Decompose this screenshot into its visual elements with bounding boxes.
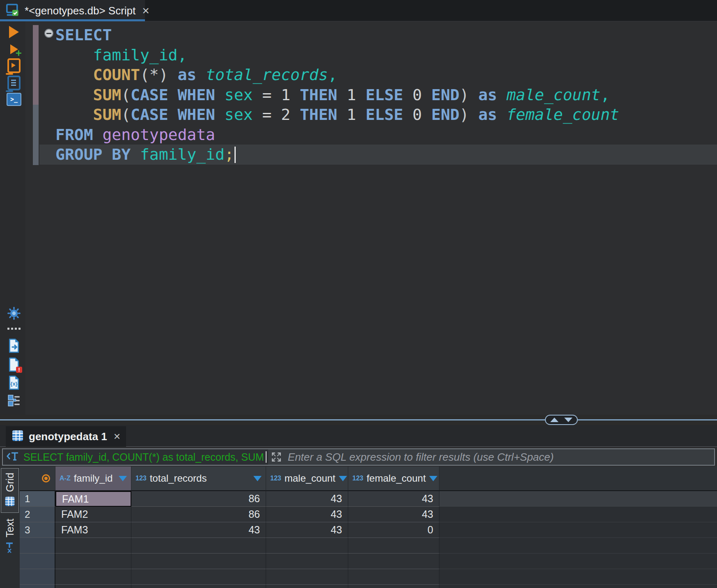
cell-total_records[interactable]: 86 <box>131 491 266 507</box>
cell-female_count[interactable]: 43 <box>348 491 439 507</box>
text-cursor <box>234 147 236 163</box>
editor-tab-title: *<genotypes.db> Script <box>25 5 136 17</box>
code-line[interactable]: SUM(CASE WHEN sex = 1 THEN 1 ELSE 0 END)… <box>55 85 717 105</box>
column-header-male_count[interactable]: 123male_count <box>266 466 348 491</box>
column-dropdown-icon[interactable] <box>253 476 262 481</box>
code-line[interactable]: FROM genotypedata <box>55 125 717 145</box>
tab-text[interactable]: Text <box>1 514 19 559</box>
empty-row[interactable] <box>20 538 717 554</box>
result-filter-bar[interactable]: SELECT family_id, COUNT(*) as total_reco… <box>2 448 715 466</box>
row-filler <box>439 491 717 507</box>
execute-script-icon[interactable] <box>7 58 21 73</box>
grid-header: A-Zfamily_id123total_records123male_coun… <box>20 466 717 491</box>
code-line[interactable]: family_id, <box>55 45 717 65</box>
filter-placeholder[interactable]: Enter a SQL expression to filter results… <box>288 451 554 464</box>
table-row[interactable]: 1FAM1864343 <box>20 491 717 507</box>
result-grid[interactable]: A-Zfamily_id123total_records123male_coun… <box>20 466 717 588</box>
column-type-icon: A-Z <box>60 475 71 482</box>
filter-sql-preview: SELECT family_id, COUNT(*) as total_reco… <box>23 451 264 463</box>
cell-total_records[interactable]: 43 <box>131 522 266 538</box>
column-type-icon: 123 <box>352 475 363 482</box>
results-tab-genotypedata[interactable]: genotypedata 1 × <box>6 426 126 447</box>
settings-gear-icon[interactable] <box>7 306 21 321</box>
grid-icon <box>5 496 15 508</box>
results-tabbar: genotypedata 1 × <box>0 425 717 447</box>
cell-female_count[interactable]: 0 <box>348 522 439 538</box>
cell-family_id[interactable]: FAM2 <box>55 507 131 522</box>
change-indicator-bar <box>33 105 39 165</box>
execute-statement-icon[interactable] <box>7 25 21 39</box>
code-fold-icon[interactable] <box>44 29 53 38</box>
column-label: male_count <box>285 473 336 484</box>
row-filler <box>439 507 717 522</box>
cell-male_count[interactable]: 43 <box>266 507 348 522</box>
code-line[interactable]: SUM(CASE WHEN sex = 2 THEN 1 ELSE 0 END)… <box>55 105 717 125</box>
editor-tab-close-icon[interactable]: × <box>142 5 149 17</box>
document-variables-icon[interactable]: {x} <box>7 375 21 390</box>
column-header-family_id[interactable]: A-Zfamily_id <box>55 466 131 491</box>
column-header-total_records[interactable]: 123total_records <box>131 466 266 491</box>
filter-expression-area[interactable]: SELECT family_id, COUNT(*) as total_reco… <box>3 449 268 465</box>
error-badge: ! <box>16 367 22 373</box>
column-header-female_count[interactable]: 123female_count <box>348 466 439 491</box>
execute-new-tab-icon[interactable]: + <box>7 42 21 57</box>
code-line[interactable]: GROUP BY family_id; <box>55 145 717 165</box>
more-options-dots-icon[interactable] <box>7 326 21 331</box>
grid-rows[interactable]: 1FAM18643432FAM28643433FAM343430 <box>20 491 717 588</box>
results-tab-close-icon[interactable]: × <box>114 431 120 442</box>
empty-row[interactable] <box>20 569 717 585</box>
grid-table-icon <box>11 430 24 443</box>
column-type-icon: 123 <box>136 475 147 482</box>
text-value-icon <box>5 542 15 555</box>
filter-text-cursor <box>266 451 267 463</box>
table-row[interactable]: 2FAM2864343 <box>20 507 717 522</box>
cell-female_count[interactable]: 43 <box>348 507 439 522</box>
splitter-line <box>0 419 717 420</box>
change-indicator-bar <box>33 25 39 105</box>
column-dropdown-icon[interactable] <box>429 476 437 481</box>
code-line[interactable]: SELECT <box>55 25 717 45</box>
results-tab-title: genotypedata 1 <box>29 430 107 443</box>
dbeaver-window: *<genotypes.db> Script × + >_ <box>0 0 717 588</box>
select-all-target-icon[interactable] <box>42 474 50 482</box>
column-label: total_records <box>150 473 207 484</box>
empty-row[interactable] <box>20 585 717 588</box>
results-side-tabs: Grid Text <box>0 466 20 588</box>
cell-total_records[interactable]: 86 <box>131 507 266 522</box>
cell-family_id[interactable]: FAM1 <box>55 491 131 507</box>
cell-male_count[interactable]: 43 <box>266 522 348 538</box>
sql-console-icon[interactable]: >_ <box>7 92 21 107</box>
document-error-icon[interactable]: ! <box>7 357 21 372</box>
column-label: female_count <box>367 473 426 484</box>
expand-filter-icon[interactable] <box>268 449 285 465</box>
tab-grid-label: Grid <box>4 473 16 492</box>
export-result-icon[interactable] <box>7 338 21 353</box>
cell-male_count[interactable]: 43 <box>266 491 348 507</box>
cell-family_id[interactable]: FAM3 <box>55 522 131 538</box>
panel-splitter[interactable] <box>0 415 717 425</box>
sql-code[interactable]: SELECT family_id, COUNT(*) as total_reco… <box>55 25 717 165</box>
code-line[interactable]: COUNT(*) as total_records, <box>55 65 717 85</box>
collapse-up-icon[interactable] <box>550 418 558 422</box>
row-number[interactable]: 3 <box>20 522 55 538</box>
outline-list-icon[interactable] <box>7 393 21 408</box>
editor-toolbar: + >_ <box>0 21 25 415</box>
editor-tab-sql-script[interactable]: *<genotypes.db> Script × <box>0 0 145 21</box>
collapse-down-icon[interactable] <box>564 418 572 422</box>
column-type-icon: 123 <box>270 475 281 482</box>
grid-corner-cell[interactable] <box>20 466 55 491</box>
column-dropdown-icon[interactable] <box>339 476 347 481</box>
sql-editor[interactable]: SELECT family_id, COUNT(*) as total_reco… <box>25 21 717 415</box>
tab-grid[interactable]: Grid <box>1 468 19 513</box>
column-dropdown-icon[interactable] <box>119 476 127 481</box>
sql-script-icon <box>6 3 20 18</box>
row-number[interactable]: 1 <box>20 491 55 507</box>
row-number[interactable]: 2 <box>20 507 55 522</box>
empty-row[interactable] <box>20 554 717 569</box>
table-row[interactable]: 3FAM343430 <box>20 522 717 538</box>
explain-plan-icon[interactable] <box>7 76 21 90</box>
splitter-collapse-control[interactable] <box>545 415 578 425</box>
editor-tabbar: *<genotypes.db> Script × <box>0 0 717 21</box>
row-filler <box>439 522 717 538</box>
header-filler <box>439 466 717 491</box>
